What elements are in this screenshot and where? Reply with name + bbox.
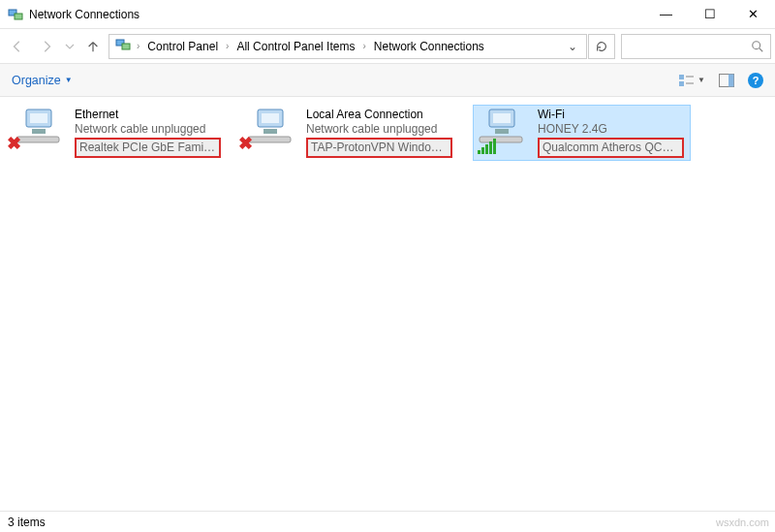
item-count: 3 items <box>8 516 46 529</box>
close-button[interactable]: ✕ <box>731 0 775 28</box>
connection-item-lan[interactable]: ✖ Local Area Connection Network cable un… <box>241 105 459 161</box>
svg-rect-6 <box>679 75 684 79</box>
help-button[interactable]: ? <box>748 73 763 88</box>
svg-rect-14 <box>32 129 46 134</box>
svg-rect-11 <box>728 74 734 86</box>
breadcrumb[interactable]: Network Connections <box>370 38 488 55</box>
organize-menu[interactable]: Organize ▼ <box>12 74 73 87</box>
svg-point-4 <box>753 41 760 48</box>
wifi-icon <box>476 108 534 150</box>
svg-rect-21 <box>493 113 511 123</box>
svg-rect-22 <box>495 129 509 134</box>
connection-name: Wi-Fi <box>538 108 684 122</box>
connection-status: Network cable unplugged <box>306 122 452 137</box>
svg-rect-13 <box>30 113 47 123</box>
connection-status: Network cable unplugged <box>75 122 221 137</box>
nav-bar: › Control Panel › All Control Panel Item… <box>0 29 775 64</box>
chevron-down-icon: ▼ <box>65 76 73 84</box>
svg-rect-19 <box>248 137 291 142</box>
status-bar: 3 items <box>0 511 775 532</box>
back-button[interactable] <box>4 33 31 60</box>
connection-adapter: Realtek PCIe GbE Family Cont... <box>75 138 221 158</box>
ethernet-icon: ✖ <box>13 108 71 150</box>
chevron-right-icon[interactable]: › <box>224 41 231 51</box>
connection-adapter: TAP-ProtonVPN Windows Ad... <box>306 138 452 158</box>
connection-item-wifi[interactable]: Wi-Fi HONEY 2.4G Qualcomm Atheros QCA937… <box>473 105 691 161</box>
svg-rect-7 <box>679 81 684 86</box>
address-bar[interactable]: › Control Panel › All Control Panel Item… <box>108 34 587 59</box>
chevron-down-icon[interactable]: ⌄ <box>563 40 582 53</box>
svg-rect-15 <box>16 137 59 142</box>
connection-adapter: Qualcomm Atheros QCA9377... <box>538 138 684 158</box>
watermark: wsxdn.com <box>716 516 769 528</box>
window-title: Network Connections <box>29 8 644 21</box>
error-x-icon: ✖ <box>238 133 253 154</box>
forward-button[interactable] <box>33 33 60 60</box>
view-options-button[interactable]: ▼ <box>678 74 705 87</box>
location-icon <box>115 37 131 55</box>
connection-status: HONEY 2.4G <box>538 122 684 137</box>
up-button[interactable] <box>79 33 107 60</box>
svg-rect-1 <box>15 14 22 19</box>
connection-item-ethernet[interactable]: ✖ Ethernet Network cable unplugged Realt… <box>10 105 228 161</box>
title-bar: Network Connections — ☐ ✕ <box>0 0 775 29</box>
chevron-right-icon[interactable]: › <box>135 41 141 51</box>
search-input[interactable] <box>621 34 771 59</box>
refresh-button[interactable] <box>588 34 615 59</box>
chevron-right-icon[interactable]: › <box>360 41 367 51</box>
preview-pane-button[interactable] <box>719 74 734 87</box>
content-area: ✖ Ethernet Network cable unplugged Realt… <box>0 97 775 514</box>
chevron-down-icon: ▼ <box>698 76 705 84</box>
app-icon <box>8 7 23 22</box>
minimize-button[interactable]: — <box>644 0 688 28</box>
breadcrumb[interactable]: Control Panel <box>143 38 222 55</box>
signal-bars-icon <box>478 139 496 154</box>
search-icon <box>751 40 764 53</box>
svg-rect-18 <box>264 129 277 134</box>
lan-icon: ✖ <box>244 108 302 150</box>
error-x-icon: ✖ <box>7 133 21 154</box>
recent-locations-button[interactable] <box>62 33 78 60</box>
breadcrumb[interactable]: All Control Panel Items <box>232 38 358 55</box>
maximize-button[interactable]: ☐ <box>688 0 731 28</box>
command-bar: Organize ▼ ▼ ? <box>0 64 775 97</box>
svg-rect-17 <box>262 113 279 123</box>
svg-line-5 <box>760 47 763 51</box>
svg-rect-3 <box>122 44 130 49</box>
connection-name: Ethernet <box>75 108 221 122</box>
organize-label: Organize <box>12 74 61 87</box>
connection-name: Local Area Connection <box>306 108 452 122</box>
